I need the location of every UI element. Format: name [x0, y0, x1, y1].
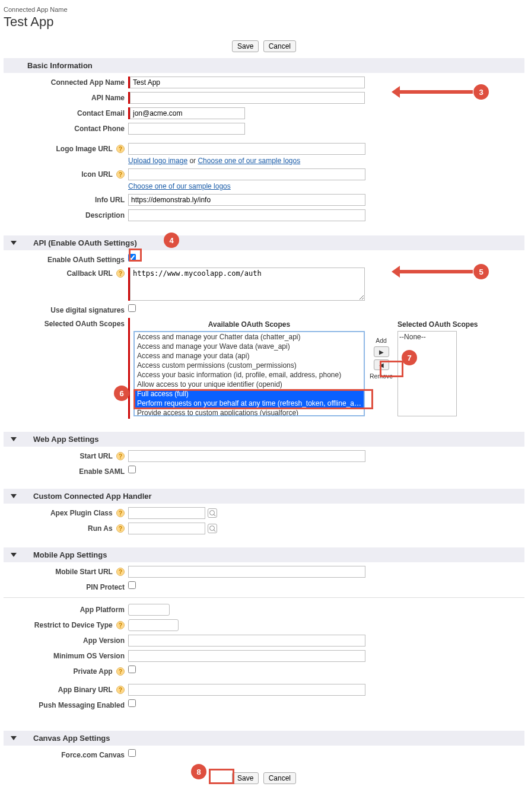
scope-option[interactable]: Access and manage your Chatter data (cha…: [135, 332, 364, 342]
info-url-input[interactable]: [128, 194, 365, 206]
label-forcecom-canvas: Force.com Canvas: [4, 749, 128, 759]
top-button-row: Save Cancel: [4, 40, 524, 52]
collapse-icon: [11, 494, 17, 498]
upload-logo-link[interactable]: Upload logo image: [128, 157, 187, 165]
run-as-input[interactable]: [128, 523, 205, 534]
section-webapp[interactable]: Web App Settings: [4, 432, 524, 447]
callout-8: 8: [191, 764, 206, 779]
label-restrict-device: Restrict to Device Type ?: [4, 619, 128, 629]
collapse-icon: [11, 736, 17, 740]
pin-protect-checkbox[interactable]: [128, 581, 136, 589]
text-or: or: [189, 157, 198, 165]
label-contact-phone: Contact Phone: [4, 123, 128, 133]
min-os-input[interactable]: [128, 650, 365, 662]
scope-option[interactable]: Full access (full): [135, 389, 364, 399]
section-canvas[interactable]: Canvas App Settings: [4, 731, 524, 746]
save-button-bottom[interactable]: Save: [232, 772, 259, 784]
enable-saml-checkbox[interactable]: [128, 466, 136, 473]
scope-option[interactable]: Access and manage your data (api): [135, 351, 364, 361]
section-handler[interactable]: Custom Connected App Handler: [4, 489, 524, 504]
apex-plugin-input[interactable]: [128, 507, 205, 519]
api-name-input[interactable]: [130, 92, 365, 104]
digital-sig-checkbox[interactable]: [128, 304, 136, 312]
cancel-button-bottom[interactable]: Cancel: [263, 772, 296, 784]
label-callback-url: Callback URL ?: [4, 268, 128, 278]
selected-scopes-list[interactable]: --None--: [397, 331, 457, 416]
callout-3-arrow: [394, 90, 473, 94]
callback-url-textarea[interactable]: https://www.mycoolapp.com/auth: [130, 268, 365, 301]
connected-app-name-input[interactable]: [130, 77, 365, 88]
callout-6: 6: [114, 386, 129, 401]
enable-oauth-checkbox[interactable]: [128, 254, 136, 262]
help-icon[interactable]: ?: [116, 621, 125, 629]
logo-url-input[interactable]: [128, 143, 365, 155]
restrict-device-select[interactable]: [128, 619, 179, 631]
section-mobile[interactable]: Mobile App Settings: [4, 547, 524, 562]
app-platform-select[interactable]: [128, 604, 170, 616]
label-app-binary-url: App Binary URL ?: [4, 684, 128, 694]
choose-sample-logo-link[interactable]: Choose one of our sample logos: [198, 157, 300, 165]
label-app-version: App Version: [4, 635, 128, 645]
label-connected-app-name: Connected App Name: [4, 77, 128, 87]
label-icon-url: Icon URL ?: [4, 168, 128, 179]
icon-url-input[interactable]: [128, 168, 365, 180]
canvas-checkbox[interactable]: [128, 749, 136, 757]
help-icon[interactable]: ?: [116, 667, 125, 676]
callout-4: 4: [164, 233, 179, 248]
lookup-icon[interactable]: [208, 524, 217, 533]
cancel-button-top[interactable]: Cancel: [263, 40, 296, 52]
label-private-app: Private App ?: [4, 665, 128, 676]
section-api[interactable]: API (Enable OAuth Settings): [4, 235, 524, 250]
help-icon[interactable]: ?: [116, 145, 125, 153]
contact-email-input[interactable]: [130, 107, 245, 119]
help-icon[interactable]: ?: [116, 170, 125, 179]
label-app-platform: App Platform: [4, 604, 128, 614]
description-input[interactable]: [128, 209, 365, 221]
collapse-icon: [11, 241, 17, 245]
remove-scope-button[interactable]: ◀: [374, 359, 389, 370]
scope-option[interactable]: Perform requests on your behalf at any t…: [135, 399, 364, 408]
lookup-icon[interactable]: [208, 508, 217, 518]
section-basic-info: Basic Information: [4, 58, 524, 73]
help-icon[interactable]: ?: [116, 568, 125, 576]
add-scope-button[interactable]: ▶: [374, 346, 389, 357]
help-icon[interactable]: ?: [116, 452, 125, 460]
app-version-input[interactable]: [128, 635, 365, 647]
push-msg-checkbox[interactable]: [128, 699, 136, 707]
scope-option[interactable]: Provide access to custom applications (v…: [135, 408, 364, 416]
label-description: Description: [4, 209, 128, 219]
add-label: Add: [376, 337, 387, 344]
help-icon[interactable]: ?: [116, 686, 125, 694]
save-button-top[interactable]: Save: [232, 40, 259, 52]
scope-option[interactable]: Access custom permissions (custom_permis…: [135, 361, 364, 370]
collapse-icon: [11, 437, 17, 441]
label-min-os: Minimum OS Version: [4, 650, 128, 660]
label-push-msg: Push Messaging Enabled: [4, 699, 128, 709]
label-contact-email: Contact Email: [4, 107, 128, 117]
available-scopes-list[interactable]: Access and manage your Chatter data (cha…: [133, 331, 365, 416]
help-icon[interactable]: ?: [116, 524, 125, 533]
label-run-as: Run As ?: [4, 523, 128, 533]
label-start-url: Start URL ?: [4, 450, 128, 460]
callout-3: 3: [473, 84, 489, 100]
selected-scopes-title: Selected OAuth Scopes: [397, 320, 478, 329]
collapse-icon: [11, 553, 17, 557]
app-binary-url-input[interactable]: [128, 684, 365, 696]
choose-sample-icon-link[interactable]: Choose one of our sample logos: [128, 182, 231, 190]
label-api-name: API Name: [4, 92, 128, 102]
help-icon[interactable]: ?: [116, 509, 125, 517]
page-subtitle: Connected App Name: [4, 6, 524, 13]
scope-option[interactable]: Allow access to your unique identifier (…: [135, 380, 364, 389]
help-icon[interactable]: ?: [116, 269, 125, 278]
scope-option[interactable]: Access your basic information (id, profi…: [135, 370, 364, 380]
mobile-start-url-input[interactable]: [128, 566, 365, 578]
private-app-checkbox[interactable]: [128, 665, 136, 673]
start-url-input[interactable]: [128, 450, 365, 462]
page-title: Test App: [4, 14, 524, 30]
label-apex-plugin: Apex Plugin Class ?: [4, 507, 128, 517]
scope-option[interactable]: Access and manage your Wave data (wave_a…: [135, 342, 364, 351]
label-selected-scopes: Selected OAuth Scopes: [4, 318, 128, 328]
label-info-url: Info URL: [4, 194, 128, 204]
label-digital-sig: Use digital signatures: [4, 304, 128, 314]
contact-phone-input[interactable]: [128, 123, 245, 135]
